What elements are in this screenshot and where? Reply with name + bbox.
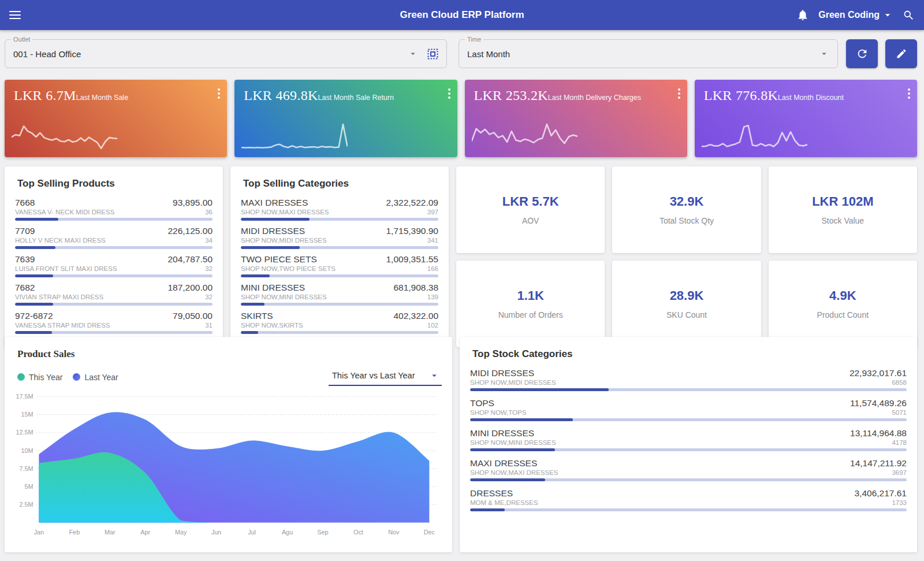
legend-dot-icon	[17, 373, 25, 381]
item-value: 402,322.00	[393, 311, 438, 321]
progress-bar	[241, 246, 438, 249]
search-icon[interactable]	[903, 9, 915, 21]
item-value: 3,406,217.61	[854, 488, 907, 499]
stat-value: 1.1K	[517, 288, 543, 303]
progress-bar-fill	[470, 478, 545, 481]
progress-bar	[241, 274, 438, 277]
outlet-value: 001 - Head Office	[13, 49, 81, 59]
kebab-menu-icon[interactable]	[218, 87, 220, 101]
item-count: 32	[205, 265, 213, 272]
menu-icon[interactable]	[9, 9, 23, 21]
legend-item[interactable]: This Year	[17, 373, 62, 382]
item-label: 7709	[15, 226, 35, 236]
item-label: MAXI DRESSES	[470, 458, 537, 469]
progress-bar	[470, 508, 907, 511]
product-list-item: 766893,895.00VANESSA V- NECK MIDI DRESS3…	[15, 198, 213, 221]
refresh-icon	[856, 47, 869, 60]
edit-button[interactable]	[885, 39, 917, 68]
stat-label: Stock Value	[821, 216, 864, 225]
outlet-picker-icon[interactable]	[427, 49, 438, 60]
kpi-card: LKR 6.7MLast Month Sale	[5, 80, 227, 157]
category-list-item: MIDI DRESSES1,715,390.90SHOP NOW,MIDI DR…	[241, 226, 438, 249]
kpi-label: Last Month Sale	[76, 94, 128, 102]
legend-label: This Year	[29, 373, 62, 382]
item-sublabel: SHOP NOW,MAXI DRESSES	[241, 209, 329, 216]
y-axis-tick: 15M	[21, 411, 33, 418]
item-label: MINI DRESSES	[470, 428, 534, 439]
product-sales-panel: Product Sales This YearLast Year This Ye…	[5, 337, 452, 552]
item-count: 166	[427, 265, 438, 272]
item-count: 102	[427, 322, 438, 329]
progress-bar-fill	[241, 218, 310, 221]
stat-card: 4.9KProduct Count	[769, 261, 917, 347]
legend-item[interactable]: Last Year	[73, 373, 118, 382]
erp-dashboard: Green Cloud ERP Platform Green Coding Ou…	[0, 0, 924, 561]
item-label: MIDI DRESSES	[470, 368, 534, 378]
kpi-label: Last Month Delivery Charges	[548, 94, 641, 102]
stat-card: 28.9KSKU Count	[612, 261, 761, 347]
item-count: 4178	[892, 439, 907, 446]
kebab-menu-icon[interactable]	[908, 87, 910, 101]
stat-value: 28.9K	[670, 288, 704, 303]
x-axis-tick: Oct	[353, 529, 364, 536]
stock-list-item: DRESSES3,406,217.61MOM & ME,DRESSES1733	[470, 488, 907, 511]
kpi-label: Last Month Sale Return	[318, 94, 394, 102]
progress-bar-fill	[15, 331, 52, 334]
item-count: 1733	[892, 499, 907, 506]
top-selling-products-list: 766893,895.00VANESSA V- NECK MIDI DRESS3…	[15, 198, 213, 334]
item-sublabel: SHOP NOW,TWO PIECE SETS	[241, 265, 336, 272]
item-sublabel: VIVIAN STRAP MAXI DRESS	[15, 293, 103, 300]
comparison-select[interactable]: This Year vs Last Year	[329, 368, 442, 386]
kpi-value: LKR 776.8K	[704, 88, 778, 103]
x-axis-tick: Mar	[105, 529, 116, 536]
stat-label: Product Count	[817, 310, 869, 319]
stock-list-item: MINI DRESSES13,114,964.88SHOP NOW,MINI D…	[470, 428, 907, 451]
notifications-icon[interactable]	[796, 9, 809, 21]
x-axis-tick: May	[175, 529, 187, 536]
panel-title: Top Selling Categories	[243, 178, 438, 190]
panel-title: Top Stock Categories	[472, 348, 907, 360]
progress-bar-fill	[470, 388, 609, 391]
chevron-down-icon	[819, 49, 829, 59]
sparkline	[472, 116, 578, 154]
outlet-select[interactable]: Outlet 001 - Head Office	[5, 39, 447, 68]
progress-bar-fill	[470, 448, 555, 451]
x-axis-tick: Nov	[388, 529, 400, 536]
panel-title: Product Sales	[17, 348, 442, 360]
kpi-card: LKR 469.8KLast Month Sale Return	[234, 80, 457, 157]
top-selling-categories-list: MAXI DRESSES2,322,522.09SHOP NOW,MAXI DR…	[241, 198, 438, 334]
kpi-cards-row: LKR 6.7MLast Month SaleLKR 469.8KLast Mo…	[0, 68, 924, 157]
kebab-menu-icon[interactable]	[678, 87, 680, 101]
pencil-icon	[896, 48, 907, 60]
kpi-label: Last Month Discount	[778, 94, 844, 102]
stat-label: SKU Count	[666, 310, 707, 319]
item-sublabel: SHOP NOW,MINI DRESSES	[241, 293, 327, 300]
time-value: Last Month	[467, 49, 510, 59]
item-label: TOPS	[470, 398, 494, 408]
stat-card: LKR 102MStock Value	[769, 166, 917, 253]
y-axis-tick: 2.5M	[19, 501, 33, 508]
item-sublabel: SHOP NOW,MIDI DRESSES	[470, 379, 556, 386]
item-count: 5071	[892, 409, 907, 416]
kpi-card: LKR 776.8KLast Month Discount	[695, 80, 917, 157]
top-selling-categories-panel: Top Selling Categories MAXI DRESSES2,322…	[230, 166, 449, 347]
item-value: 11,574,489.26	[850, 398, 907, 408]
stat-label: AOV	[522, 216, 539, 225]
item-count: 31	[205, 322, 213, 329]
kebab-menu-icon[interactable]	[448, 87, 450, 101]
item-count: 397	[427, 209, 438, 216]
chevron-down-icon	[408, 49, 418, 59]
item-label: MAXI DRESSES	[241, 198, 308, 208]
refresh-button[interactable]	[846, 39, 878, 68]
time-select[interactable]: Time Last Month	[459, 39, 838, 68]
item-sublabel: LUISA FRONT SLIT MAXI DRESS	[15, 265, 117, 272]
item-count: 3697	[892, 469, 907, 476]
user-menu[interactable]: Green Coding	[818, 9, 893, 21]
item-sublabel: MOM & ME,DRESSES	[470, 499, 538, 506]
kpi-value: LKR 253.2K	[474, 88, 548, 103]
chart-legend: This YearLast Year	[17, 373, 118, 382]
progress-bar	[15, 218, 213, 221]
item-label: MINI DRESSES	[241, 283, 305, 293]
progress-bar	[241, 218, 438, 221]
x-axis-tick: Agu	[282, 529, 293, 536]
